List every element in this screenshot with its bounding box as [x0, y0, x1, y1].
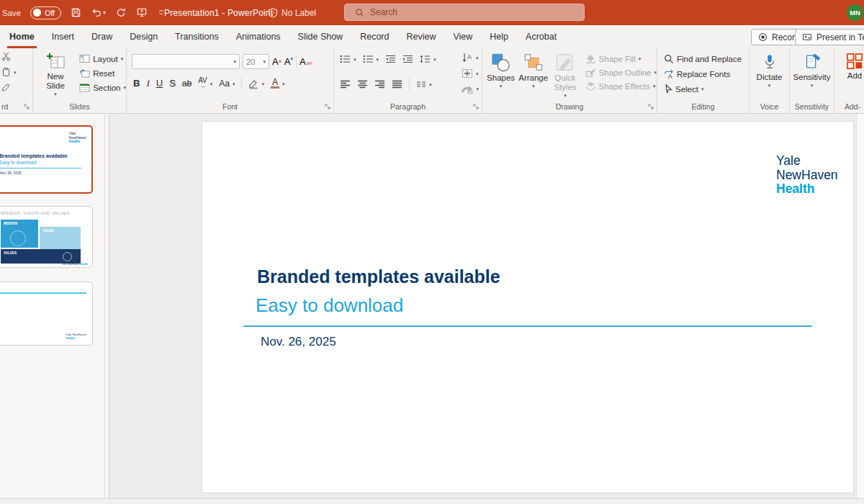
- chevron-down-icon: ▾: [701, 86, 704, 91]
- decrease-indent-button[interactable]: [385, 55, 396, 63]
- text-highlight-button[interactable]: ▾: [248, 78, 264, 89]
- columns-button[interactable]: ▾: [416, 80, 432, 89]
- underline-button[interactable]: U: [156, 78, 163, 89]
- slide-thumbnail-1[interactable]: YaleNewHavenHealth Branded templates ava…: [0, 125, 93, 194]
- align-left-button[interactable]: [340, 80, 351, 89]
- autosave-toggle[interactable]: Off: [30, 6, 61, 19]
- font-color-letter: A: [272, 78, 278, 86]
- logo-line-3: Health: [776, 181, 814, 196]
- shape-effects-label: Shape Effects: [599, 82, 650, 91]
- character-spacing-button[interactable]: AV↔ ▾: [198, 78, 212, 89]
- italic-button[interactable]: I: [146, 78, 149, 89]
- find-and-replace-button[interactable]: Find and Replace: [664, 54, 749, 64]
- layout-button[interactable]: Layout ▾: [79, 54, 126, 63]
- bullets-button[interactable]: ▾: [340, 55, 356, 63]
- chevron-down-icon: ▾: [103, 9, 106, 16]
- align-text-button[interactable]: ▾: [462, 68, 479, 78]
- replace-fonts-icon: A: [664, 69, 674, 79]
- yale-newhaven-health-logo[interactable]: Yale NewHaven Health: [776, 154, 838, 197]
- increase-indent-button[interactable]: [402, 55, 413, 63]
- start-slideshow-button[interactable]: [136, 7, 148, 18]
- paragraph-dialog-launcher[interactable]: [473, 104, 480, 110]
- dictate-button[interactable]: Dictate ▾: [750, 48, 789, 88]
- undo-button[interactable]: ▾: [91, 7, 106, 18]
- tab-view[interactable]: View: [444, 25, 481, 48]
- search-input[interactable]: Search: [344, 4, 585, 21]
- thumb2-mission-box: MISSION: [1, 220, 38, 248]
- addins-button[interactable]: Add: [834, 48, 864, 81]
- ribbon-tab-bar: Home Insert Draw Design Transitions Anim…: [0, 25, 864, 48]
- shapes-button[interactable]: Shapes ▾: [486, 48, 516, 98]
- tab-acrobat[interactable]: Acrobat: [517, 25, 565, 48]
- layout-icon: [79, 54, 90, 63]
- tab-help[interactable]: Help: [481, 25, 517, 48]
- clear-formatting-button[interactable]: A: [300, 56, 312, 68]
- increase-font-size-button[interactable]: A˄: [272, 56, 282, 68]
- text-direction-button[interactable]: A▾: [462, 53, 479, 63]
- replace-fonts-button[interactable]: A Replace Fonts: [664, 69, 749, 79]
- account-avatar[interactable]: MN: [847, 4, 863, 21]
- slide-thumbnail-3[interactable]: Yale NewHavenHealth: [0, 282, 93, 346]
- slide-thumbnail-2[interactable]: MISSION, VISION AND VALUES MISSION VISIO…: [0, 206, 93, 268]
- align-center-button[interactable]: [357, 80, 368, 89]
- chevron-down-icon: ▾: [476, 55, 479, 60]
- tab-insert[interactable]: Insert: [43, 25, 83, 48]
- drawing-dialog-launcher[interactable]: [648, 104, 654, 110]
- tab-design[interactable]: Design: [121, 25, 166, 48]
- bold-button[interactable]: B: [133, 78, 140, 89]
- convert-to-smartart-button[interactable]: ▾: [461, 84, 479, 94]
- replace-fonts-label: Replace Fonts: [677, 70, 730, 78]
- slides-group-label: Slides: [33, 102, 126, 111]
- text-shadow-button[interactable]: S: [169, 78, 176, 89]
- tab-review[interactable]: Review: [397, 25, 444, 48]
- chevron-down-icon: ▾: [532, 84, 535, 89]
- tab-transitions[interactable]: Transitions: [166, 25, 228, 48]
- font-color-button[interactable]: A ▾: [271, 78, 285, 89]
- present-button-label: Present in Tea: [816, 32, 864, 42]
- arrange-button[interactable]: Arrange ▾: [518, 48, 549, 98]
- justify-button[interactable]: [392, 80, 402, 89]
- status-bar: [0, 498, 864, 504]
- tab-record[interactable]: Record: [351, 25, 397, 48]
- shape-effects-button[interactable]: Shape Effects ▾: [585, 81, 657, 91]
- reset-button[interactable]: Reset: [79, 68, 126, 78]
- shapes-label: Shapes: [487, 73, 515, 83]
- paste-button[interactable]: ▾: [1, 67, 17, 77]
- section-icon: [79, 83, 90, 92]
- new-slide-button[interactable]: New Slide ▾: [39, 48, 72, 96]
- present-in-teams-button[interactable]: Present in Tea: [795, 29, 864, 45]
- clipboard-dialog-launcher[interactable]: [24, 104, 30, 110]
- tab-home[interactable]: Home: [1, 25, 43, 48]
- tab-draw[interactable]: Draw: [83, 25, 121, 48]
- shape-fill-button[interactable]: Shape Fill ▾: [585, 54, 657, 63]
- redo-button[interactable]: [115, 7, 127, 18]
- slide-editing-surface[interactable]: Yale NewHaven Health Branded templates a…: [202, 121, 854, 493]
- slide-date-text[interactable]: Nov. 26, 2025: [261, 335, 336, 349]
- cut-button[interactable]: [1, 52, 17, 61]
- shape-outline-icon: [585, 68, 596, 77]
- format-painter-button[interactable]: [1, 83, 17, 92]
- quick-styles-button[interactable]: Quick Styles ▾: [551, 48, 579, 98]
- select-button[interactable]: Select ▾: [664, 84, 749, 94]
- sensitivity-label-badge[interactable]: No Label: [268, 0, 316, 25]
- sensitivity-button[interactable]: Sensitivity ▾: [790, 48, 834, 88]
- change-case-button[interactable]: Aa▾: [219, 78, 235, 89]
- section-button[interactable]: Section ▾: [79, 83, 126, 92]
- shape-outline-button[interactable]: Shape Outline ▾: [585, 68, 657, 77]
- vertical-scrollbar[interactable]: [856, 114, 864, 498]
- slide-subtitle-text[interactable]: Easy to download: [256, 294, 403, 317]
- align-right-button[interactable]: [374, 80, 385, 89]
- decrease-font-size-button[interactable]: A▾: [284, 56, 293, 68]
- slide-title-text[interactable]: Branded templates available: [257, 266, 500, 287]
- font-size-combobox[interactable]: 20▾: [243, 54, 269, 69]
- save-button[interactable]: [71, 7, 81, 18]
- font-dialog-launcher[interactable]: [325, 104, 331, 110]
- font-name-combobox[interactable]: ▾: [132, 54, 240, 69]
- tab-animations[interactable]: Animations: [228, 25, 289, 48]
- line-spacing-button[interactable]: ▾: [420, 55, 436, 63]
- strikethrough-button[interactable]: ab: [182, 78, 192, 89]
- numbering-button[interactable]: ▾: [363, 55, 379, 63]
- tab-slide-show[interactable]: Slide Show: [289, 25, 352, 48]
- shapes-icon: [490, 53, 511, 73]
- chevron-down-icon: ▾: [500, 84, 503, 89]
